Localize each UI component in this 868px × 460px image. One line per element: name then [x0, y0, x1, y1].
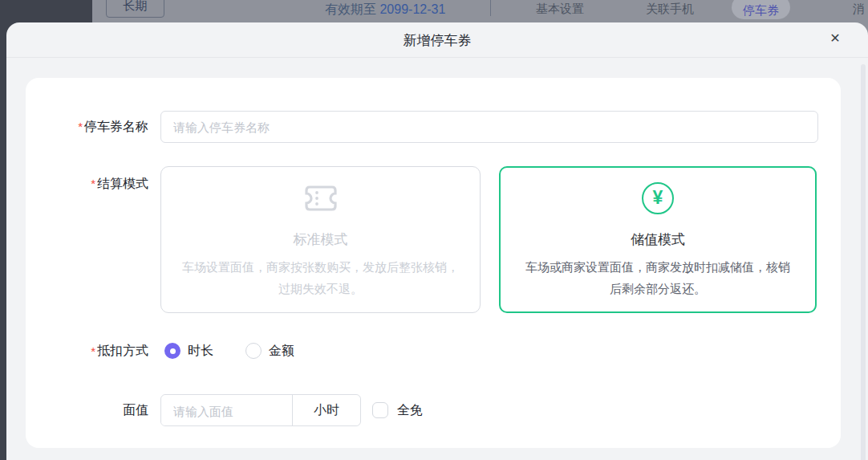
form-row-face-value: 面值 小时 全免	[26, 394, 841, 426]
face-value-unit: 小时	[292, 395, 360, 425]
background-period-select[interactable]: 长期	[106, 0, 164, 18]
free-checkbox-label: 全免	[397, 402, 423, 419]
radio-unselected-icon	[245, 343, 262, 359]
background-validity-text: 有效期至 2099-12-31	[325, 2, 445, 18]
background-tab-cut-off[interactable]: 消	[853, 2, 865, 17]
yuan-icon: ¥	[520, 182, 796, 214]
free-checkbox[interactable]	[372, 402, 388, 418]
screen: 长期 有效期至 2099-12-31 基本设置 关联手机 停车券 消 新增停车券…	[0, 0, 868, 460]
form-panel: *停车券名称 *结算模式	[26, 78, 841, 448]
settlement-mode-label: *结算模式	[26, 166, 160, 313]
face-value-input-group: 小时	[160, 394, 361, 426]
modal-scrollbar[interactable]	[861, 64, 866, 460]
background-tab-basic-settings[interactable]: 基本设置	[536, 2, 584, 17]
background-page-strip: 长期 有效期至 2099-12-31 基本设置 关联手机 停车券 消	[92, 0, 868, 22]
form-row-settlement-mode: *结算模式 标准模式	[26, 166, 841, 313]
modal-body: *停车券名称 *结算模式	[6, 58, 868, 448]
required-marker: *	[91, 177, 95, 190]
add-parking-coupon-modal: 新增停车券 ✕ *停车券名称 *结算模式	[6, 22, 868, 460]
mode-card-standard-title: 标准模式	[180, 230, 460, 249]
mode-card-standard[interactable]: 标准模式 车场设置面值，商家按张数购买，发放后整张核销，过期失效不退。	[160, 166, 481, 313]
modal-header: 新增停车券 ✕	[6, 22, 868, 58]
modal-title: 新增停车券	[6, 22, 868, 58]
coupon-name-input[interactable]	[160, 111, 818, 143]
deduction-radio-group: 时长 金额	[160, 343, 327, 360]
radio-selected-icon	[164, 343, 180, 359]
ticket-icon	[180, 182, 460, 214]
radio-duration-label: 时长	[188, 343, 213, 360]
close-icon[interactable]: ✕	[823, 26, 847, 51]
form-row-deduction-method: *抵扣方式 时长 金额	[26, 341, 841, 360]
mode-card-stored-value-title: 储值模式	[520, 230, 796, 249]
mode-card-stored-value-description: 车场或商家设置面值，商家发放时扣减储值，核销后剩余部分返还。	[520, 256, 796, 299]
radio-duration[interactable]: 时长	[164, 343, 213, 360]
deduction-method-label: *抵扣方式	[26, 343, 160, 360]
coupon-name-label: *停车券名称	[26, 111, 160, 143]
settlement-mode-cards: 标准模式 车场设置面值，商家按张数购买，发放后整张核销，过期失效不退。 ¥ 储值…	[160, 166, 817, 313]
background-divider	[490, 0, 491, 16]
form-row-coupon-name: *停车券名称	[26, 78, 841, 143]
required-marker: *	[78, 120, 83, 133]
validity-prefix: 有效期至	[325, 2, 376, 16]
background-tab-parking-coupon[interactable]: 停车券	[732, 0, 790, 19]
background-tab-linked-phone[interactable]: 关联手机	[646, 2, 694, 17]
face-value-input[interactable]	[161, 395, 292, 426]
mode-card-stored-value[interactable]: ¥ 储值模式 车场或商家设置面值，商家发放时扣减储值，核销后剩余部分返还。	[499, 166, 817, 313]
radio-amount-label: 金额	[269, 343, 294, 360]
radio-amount[interactable]: 金额	[245, 343, 294, 360]
validity-date: 2099-12-31	[379, 2, 445, 16]
mode-card-standard-description: 车场设置面值，商家按张数购买，发放后整张核销，过期失效不退。	[180, 256, 460, 299]
required-marker: *	[91, 344, 95, 358]
face-value-label: 面值	[26, 402, 160, 419]
